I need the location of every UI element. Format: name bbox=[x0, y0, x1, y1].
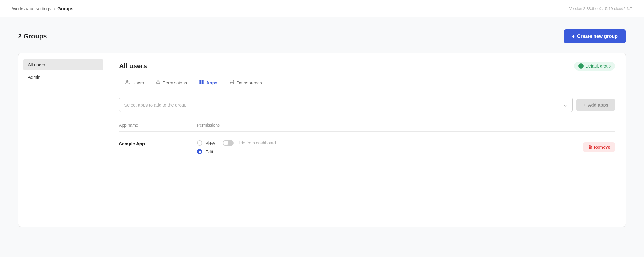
tab-users[interactable]: Users bbox=[119, 77, 150, 89]
apps-table-header: App name Permissions bbox=[119, 120, 615, 132]
svg-point-6 bbox=[230, 80, 234, 81]
app-select-row: Select apps to add to the group ⌄ + Add … bbox=[119, 98, 615, 112]
top-bar: Workspace settings › Groups Version 2.33… bbox=[0, 0, 644, 17]
default-badge-label: Default group bbox=[586, 64, 611, 68]
group-detail-title: All users bbox=[119, 62, 147, 70]
view-permission-row: View Hide from dashboard bbox=[197, 140, 583, 146]
tab-apps[interactable]: Apps bbox=[193, 77, 224, 89]
tab-apps-label: Apps bbox=[206, 80, 218, 85]
app-select-dropdown[interactable]: Select apps to add to the group ⌄ bbox=[119, 98, 573, 112]
trash-icon: 🗑 bbox=[588, 145, 592, 150]
col-header-permissions: Permissions bbox=[197, 123, 615, 128]
breadcrumb-parent[interactable]: Workspace settings bbox=[12, 6, 51, 11]
svg-rect-1 bbox=[157, 82, 160, 83]
plus-icon: + bbox=[572, 34, 575, 39]
page-title: 2 Groups bbox=[18, 32, 47, 40]
datasources-icon bbox=[229, 80, 234, 86]
detail-header: All users i Default group bbox=[119, 62, 615, 71]
app-select-placeholder: Select apps to add to the group bbox=[124, 102, 186, 107]
breadcrumb-chevron: › bbox=[54, 6, 55, 11]
sidebar-item-admin[interactable]: Admin bbox=[23, 71, 103, 83]
sidebar-item-label: All users bbox=[28, 62, 45, 67]
tab-datasources[interactable]: Datasources bbox=[223, 77, 268, 89]
detail-panel: All users i Default group Users bbox=[108, 53, 626, 227]
default-group-badge: i Default group bbox=[574, 62, 615, 71]
hide-from-dashboard-label: Hide from dashboard bbox=[237, 141, 276, 145]
edit-permission-row: Edit bbox=[197, 149, 583, 154]
app-name-cell: Sample App bbox=[119, 140, 197, 146]
permissions-col: View Hide from dashboard Edit bbox=[197, 140, 583, 154]
groups-sidebar: All users Admin bbox=[18, 53, 108, 227]
svg-rect-4 bbox=[199, 82, 201, 84]
content-area: All users Admin All users i Default grou… bbox=[18, 53, 626, 227]
info-icon: i bbox=[578, 63, 584, 69]
tab-users-label: Users bbox=[132, 80, 144, 85]
create-btn-label: Create new group bbox=[577, 34, 618, 39]
breadcrumb: Workspace settings › Groups bbox=[12, 6, 73, 11]
sidebar-item-all-users[interactable]: All users bbox=[23, 59, 103, 70]
chevron-down-icon: ⌄ bbox=[563, 101, 568, 108]
apps-tab-icon bbox=[199, 80, 204, 86]
hide-from-dashboard-toggle[interactable] bbox=[223, 140, 234, 146]
table-row: Sample App View Hide from dashboard Edit… bbox=[119, 136, 615, 158]
edit-label: Edit bbox=[205, 149, 213, 154]
users-tab-icon bbox=[125, 80, 130, 86]
svg-rect-2 bbox=[199, 80, 201, 82]
col-header-app-name: App name bbox=[119, 123, 197, 128]
tab-datasources-label: Datasources bbox=[237, 80, 262, 85]
add-apps-button[interactable]: + Add apps bbox=[576, 99, 615, 111]
view-radio[interactable] bbox=[197, 140, 202, 146]
breadcrumb-current: Groups bbox=[57, 6, 73, 11]
svg-rect-5 bbox=[202, 82, 204, 84]
version-label: Version 2.33.6-ee2.15.19-cloud2.3.7 bbox=[569, 6, 632, 11]
remove-label: Remove bbox=[594, 145, 610, 150]
remove-app-button[interactable]: 🗑 Remove bbox=[583, 142, 615, 152]
svg-rect-3 bbox=[202, 80, 204, 82]
edit-radio[interactable] bbox=[197, 149, 202, 154]
view-label: View bbox=[205, 141, 215, 146]
add-apps-label: Add apps bbox=[588, 102, 608, 107]
sidebar-item-label: Admin bbox=[28, 74, 41, 80]
svg-point-0 bbox=[126, 80, 127, 82]
create-new-group-button[interactable]: + Create new group bbox=[564, 29, 626, 43]
page-header: 2 Groups + Create new group bbox=[18, 29, 626, 43]
lock-icon bbox=[156, 80, 160, 85]
add-apps-plus-icon: + bbox=[583, 102, 586, 107]
tab-permissions[interactable]: Permissions bbox=[150, 77, 193, 89]
main-content: 2 Groups + Create new group All users Ad… bbox=[0, 17, 644, 239]
group-tabs: Users Permissions Apps bbox=[119, 77, 615, 89]
tab-permissions-label: Permissions bbox=[162, 80, 187, 85]
